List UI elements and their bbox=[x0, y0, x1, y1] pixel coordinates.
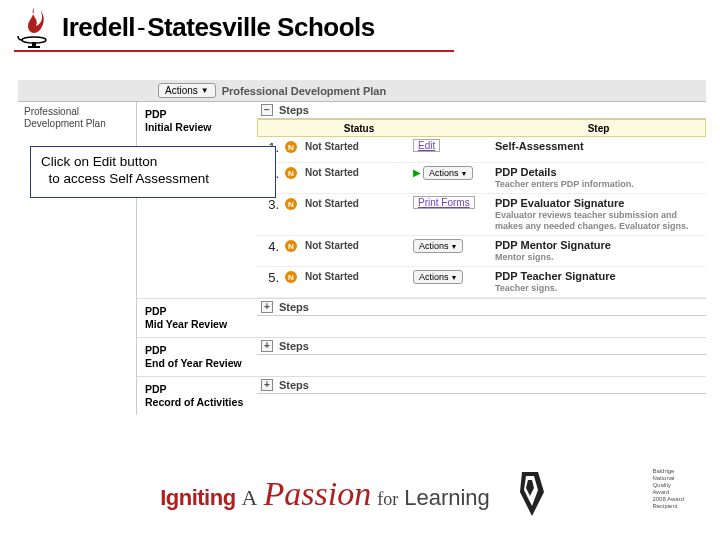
step-row: 1.NNot StartedEditSelf-Assessment bbox=[257, 137, 706, 163]
steps-label: Steps bbox=[279, 340, 309, 352]
svg-rect-2 bbox=[28, 46, 40, 48]
step-info: PDP Evaluator SignatureEvaluator reviews… bbox=[491, 197, 706, 232]
section-title-line2: End of Year Review bbox=[145, 357, 242, 369]
collapse-toggle[interactable]: − bbox=[261, 104, 273, 116]
step-number: 3. bbox=[257, 197, 285, 212]
step-desc: Teacher signs. bbox=[495, 283, 706, 294]
step-title: Self-Assessment bbox=[495, 140, 706, 152]
section-title-line1: PDP bbox=[145, 344, 167, 356]
section-body: +Steps bbox=[257, 377, 706, 415]
footer: Igniting A Passion for Learning bbox=[0, 466, 720, 522]
status-icon: N bbox=[285, 140, 303, 153]
header-underline bbox=[14, 50, 454, 52]
tagline: Igniting A Passion for Learning bbox=[160, 475, 490, 513]
col-header-status: Status bbox=[304, 123, 414, 134]
section-title-line2: Mid Year Review bbox=[145, 318, 227, 330]
step-status: Not Started bbox=[303, 270, 413, 282]
step-status: Not Started bbox=[303, 239, 413, 251]
step-status: Not Started bbox=[303, 166, 413, 178]
callout-line2: to access Self Assessment bbox=[41, 170, 265, 187]
instruction-callout: Click on Edit button to access Self Asse… bbox=[30, 146, 276, 198]
step-action: ▶Actions▼ bbox=[413, 166, 491, 180]
col-header-step: Step bbox=[492, 123, 705, 134]
section-title-line2: Initial Review bbox=[145, 121, 212, 133]
award-line4: Award bbox=[652, 489, 669, 495]
row-actions-button[interactable]: Actions▼ bbox=[413, 239, 463, 253]
section-title-line2: Record of Activities bbox=[145, 396, 243, 408]
print-forms-button[interactable]: Print Forms bbox=[413, 196, 475, 209]
award-line3: Quality bbox=[652, 482, 671, 488]
section-title: PDPRecord of Activities bbox=[137, 377, 257, 415]
breadcrumb: Professional Development Plan bbox=[222, 85, 386, 97]
step-title: PDP Teacher Signature bbox=[495, 270, 706, 282]
steps-label: Steps bbox=[279, 104, 309, 116]
sidebar-title[interactable]: Professional Development Plan bbox=[24, 106, 130, 130]
chevron-down-icon: ▼ bbox=[451, 274, 458, 281]
step-info: PDP DetailsTeacher enters PDP informatio… bbox=[491, 166, 706, 190]
steps-header: +Steps bbox=[257, 338, 706, 355]
section-title-line1: PDP bbox=[145, 383, 167, 395]
row-actions-label: Actions bbox=[419, 272, 449, 282]
sidebar-title-line1: Professional bbox=[24, 106, 79, 117]
current-step-arrow-icon: ▶ bbox=[413, 167, 421, 178]
award-line5: 2008 Award bbox=[652, 496, 684, 502]
step-row: 4.NNot StartedActions▼PDP Mentor Signatu… bbox=[257, 236, 706, 267]
callout-line1: Click on Edit button bbox=[41, 153, 265, 170]
status-icon: N bbox=[285, 270, 303, 283]
step-info: Self-Assessment bbox=[491, 140, 706, 152]
status-icon: N bbox=[285, 239, 303, 252]
step-title: PDP Mentor Signature bbox=[495, 239, 706, 251]
collapse-toggle[interactable]: + bbox=[261, 379, 273, 391]
chevron-down-icon: ▼ bbox=[461, 170, 468, 177]
award-text: Baldrige National Quality Award 2008 Awa… bbox=[652, 468, 684, 510]
section-body: +Steps bbox=[257, 299, 706, 337]
tagline-a: A bbox=[242, 485, 258, 511]
step-info: PDP Mentor SignatureMentor signs. bbox=[491, 239, 706, 263]
steps-label: Steps bbox=[279, 379, 309, 391]
row-actions-label: Actions bbox=[429, 168, 459, 178]
section: PDPInitial Review−StepsStatusStep1.NNot … bbox=[137, 102, 706, 298]
award-line6: Recipient bbox=[652, 503, 677, 509]
section: PDPEnd of Year Review+Steps bbox=[137, 337, 706, 376]
tagline-passion: Passion bbox=[263, 475, 371, 513]
step-status: Not Started bbox=[303, 140, 413, 152]
actions-button-label: Actions bbox=[165, 85, 198, 96]
flame-logo-icon bbox=[14, 6, 54, 48]
row-actions-button[interactable]: Actions▼ bbox=[423, 166, 473, 180]
chevron-down-icon: ▼ bbox=[201, 86, 209, 95]
section-body: −StepsStatusStep1.NNot StartedEditSelf-A… bbox=[257, 102, 706, 298]
step-action: Actions▼ bbox=[413, 270, 491, 284]
award-line1: Baldrige bbox=[652, 468, 674, 474]
step-desc: Evaluator reviews teacher submission and… bbox=[495, 210, 706, 232]
not-started-dot-icon: N bbox=[285, 141, 297, 153]
row-actions-button[interactable]: Actions▼ bbox=[413, 270, 463, 284]
collapse-toggle[interactable]: + bbox=[261, 340, 273, 352]
steps-header: −Steps bbox=[257, 102, 706, 119]
step-number: 4. bbox=[257, 239, 285, 254]
chevron-down-icon: ▼ bbox=[451, 243, 458, 250]
award-line2: National bbox=[652, 475, 674, 481]
not-started-dot-icon: N bbox=[285, 167, 297, 179]
step-number: 5. bbox=[257, 270, 285, 285]
collapse-toggle[interactable]: + bbox=[261, 301, 273, 313]
status-icon: N bbox=[285, 197, 303, 210]
not-started-dot-icon: N bbox=[285, 271, 297, 283]
step-action: Edit bbox=[413, 140, 491, 151]
steps-header: +Steps bbox=[257, 377, 706, 394]
tagline-for: for bbox=[377, 489, 398, 510]
section-title: PDPInitial Review bbox=[137, 102, 257, 298]
edit-button[interactable]: Edit bbox=[413, 139, 440, 152]
section: PDPRecord of Activities+Steps bbox=[137, 376, 706, 415]
section: PDPMid Year Review+Steps bbox=[137, 298, 706, 337]
org-name-part2: Statesville Schools bbox=[147, 12, 374, 42]
not-started-dot-icon: N bbox=[285, 198, 297, 210]
step-row: 2.NNot Started▶Actions▼PDP DetailsTeache… bbox=[257, 163, 706, 194]
steps-header: +Steps bbox=[257, 299, 706, 316]
step-info: PDP Teacher SignatureTeacher signs. bbox=[491, 270, 706, 294]
step-desc: Mentor signs. bbox=[495, 252, 706, 263]
section-body: +Steps bbox=[257, 338, 706, 376]
step-action: Actions▼ bbox=[413, 239, 491, 253]
actions-button[interactable]: Actions ▼ bbox=[158, 83, 216, 98]
page-header: Iredell-Statesville Schools bbox=[0, 0, 720, 50]
status-icon: N bbox=[285, 166, 303, 179]
